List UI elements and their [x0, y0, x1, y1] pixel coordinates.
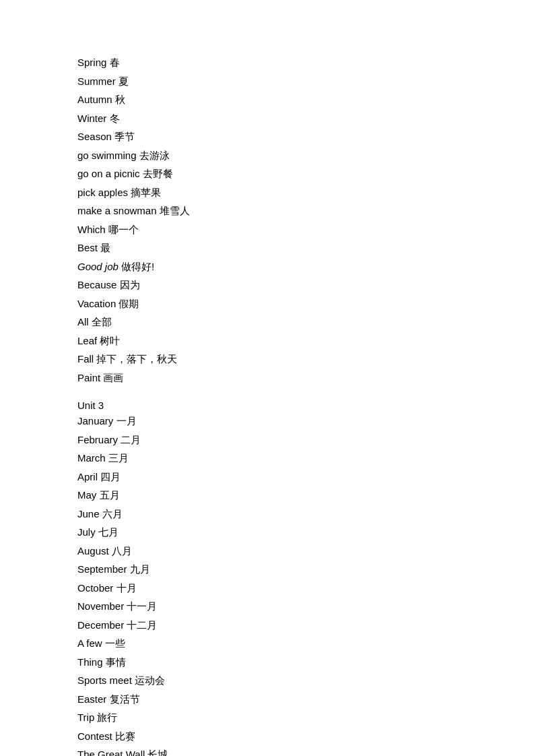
list-item: Autumn 秋 [77, 91, 534, 108]
list-item: Season 季节 [77, 128, 534, 146]
list-item: Sports meet 运动会 [77, 672, 534, 689]
list-item: May 五月 [77, 486, 534, 504]
list-item: Winter 冬 [77, 110, 534, 127]
list-item: November 十一月 [77, 598, 534, 615]
list-item: go swimming 去游泳 [77, 147, 534, 164]
list-item: Because 因为 [77, 276, 534, 294]
list-item: December 十二月 [77, 617, 534, 634]
list-item: August 八月 [77, 542, 534, 560]
list-item: February 二月 [77, 431, 534, 449]
vocabulary-list: Spring 春Summer 夏Autumn 秋Winter 冬Season 季… [77, 54, 534, 756]
list-item: Good job 做得好! [77, 258, 534, 276]
list-item: Contest 比赛 [77, 728, 534, 745]
list-item: make a snowman 堆雪人 [77, 202, 534, 220]
list-item: All 全部 [77, 313, 534, 331]
list-item: January 一月 [77, 412, 534, 430]
list-item: March 三月 [77, 449, 534, 467]
list-item: July 七月 [77, 524, 534, 541]
list-item: Spring 春 [77, 54, 534, 71]
list-item: pick apples 摘苹果 [77, 184, 534, 201]
list-item: The Great Wall 长城 [77, 746, 534, 756]
list-item: Vacation 假期 [77, 295, 534, 313]
unit3-header: Unit 3 [77, 400, 534, 411]
list-item: Fall 掉下，落下，秋天 [77, 350, 534, 368]
list-item: Which 哪一个 [77, 221, 534, 239]
list-item: Summer 夏 [77, 73, 534, 90]
list-item: October 十月 [77, 579, 534, 597]
list-item: Trip 旅行 [77, 709, 534, 726]
list-item: Thing 事情 [77, 654, 534, 671]
list-item: Leaf 树叶 [77, 332, 534, 350]
list-item: September 九月 [77, 561, 534, 578]
list-item: Easter 复活节 [77, 691, 534, 708]
list-item: June 六月 [77, 505, 534, 523]
list-item: go on a picnic 去野餐 [77, 165, 534, 183]
list-item: Paint 画画 [77, 369, 534, 387]
list-item: A few 一些 [77, 635, 534, 652]
list-item: April 四月 [77, 468, 534, 486]
list-item: Best 最 [77, 239, 534, 257]
